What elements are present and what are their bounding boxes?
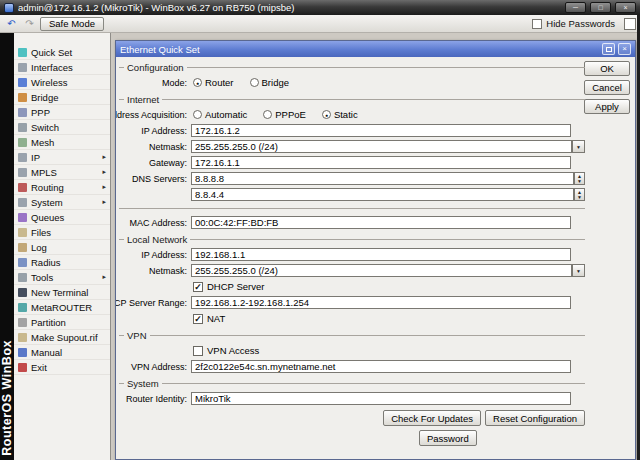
sidebar-item-exit[interactable]: Exit	[14, 360, 110, 375]
dns-spinner-2[interactable]: ▲ ▼	[574, 188, 585, 201]
sidebar-item-label: Partition	[31, 317, 66, 328]
sidebar-item-wireless[interactable]: Wireless	[14, 75, 110, 90]
dhcp-server-checkbox[interactable]: ✓ DHCP Server	[191, 281, 264, 292]
tools-icon	[18, 273, 27, 282]
router-identity-input[interactable]	[191, 392, 571, 405]
wan-netmask-label: Netmask:	[119, 142, 191, 152]
sidebar-item-system[interactable]: System ▸	[14, 195, 110, 210]
dns-spinner-1[interactable]: ▲ ▼	[574, 172, 585, 185]
dialog-titlebar[interactable]: Ethernet Quick Set ×	[116, 41, 635, 57]
wan-ip-input[interactable]	[191, 124, 571, 137]
mode-router-radio[interactable]: ● Router	[193, 77, 234, 88]
sidebar-item-new-terminal[interactable]: New Terminal	[14, 285, 110, 300]
sidebar-item-label: New Terminal	[31, 287, 88, 298]
sidebar-item-mesh[interactable]: Mesh	[14, 135, 110, 150]
divider	[119, 239, 124, 240]
log-icon	[18, 243, 27, 252]
dialog-bottom-buttons: Check For Updates Reset Configuration	[119, 410, 585, 426]
vpn-address-row: VPN Address:	[119, 360, 571, 373]
sidebar-item-switch[interactable]: Switch	[14, 120, 110, 135]
undo-button[interactable]: ↶	[4, 17, 19, 31]
sidebar-item-label: Make Supout.rif	[31, 332, 98, 343]
window-minimize-button[interactable]: ─	[565, 2, 586, 13]
lan-ip-input[interactable]	[191, 248, 571, 261]
vpn-address-input[interactable]	[191, 360, 571, 373]
winbox-app-icon	[4, 3, 14, 13]
hide-passwords-toggle[interactable]: Hide Passwords	[532, 18, 636, 30]
dialog-maximize-button[interactable]	[602, 43, 615, 55]
sidebar-item-label: Log	[31, 242, 47, 253]
sidebar-item-label: Exit	[31, 362, 47, 373]
hide-passwords-label: Hide Passwords	[546, 18, 615, 29]
router-identity-row: Router Identity:	[119, 392, 571, 405]
dialog-close-button[interactable]: ×	[618, 43, 631, 55]
sidebar-item-label: Manual	[31, 347, 62, 358]
sidebar-item-bridge[interactable]: Bridge	[14, 90, 110, 105]
section-title: Local Network	[127, 234, 187, 245]
sidebar-item-ip[interactable]: IP ▸	[14, 150, 110, 165]
nat-row: ✓ NAT	[119, 312, 571, 325]
wan-netmask-input[interactable]	[191, 140, 572, 153]
lan-ip-label: IP Address:	[119, 250, 191, 260]
sidebar-item-tools[interactable]: Tools ▸	[14, 270, 110, 285]
spin-down-icon: ▼	[577, 179, 582, 184]
window-maximize-button[interactable]: □	[590, 2, 611, 13]
mdi-area: Ethernet Quick Set × OK Cancel Apply Con…	[111, 33, 637, 460]
window-title: admin@172.16.1.2 (MikroTik) - WinBox v6.…	[18, 2, 561, 13]
section-title: VPN	[127, 330, 147, 341]
password-button[interactable]: Password	[419, 430, 477, 446]
chevron-down-icon: ▼	[576, 268, 581, 274]
sidebar-item-queues[interactable]: Queues	[14, 210, 110, 225]
acquisition-static-radio[interactable]: ● Static	[322, 109, 358, 120]
divider	[162, 383, 585, 384]
ip-icon	[18, 153, 27, 162]
sidebar-item-label: Mesh	[31, 137, 54, 148]
vpn-access-checkbox[interactable]: VPN Access	[191, 345, 259, 356]
wan-ip-label: IP Address:	[119, 126, 191, 136]
mac-address-row: MAC Address:	[119, 216, 571, 229]
window-close-button[interactable]: ×	[615, 2, 636, 13]
sidebar-item-label: Routing	[31, 182, 64, 193]
sidebar-item-label: Bridge	[31, 92, 58, 103]
radio-label: Automatic	[205, 109, 247, 120]
wireless-icon	[18, 78, 27, 87]
sidebar-item-radius[interactable]: Radius	[14, 255, 110, 270]
mac-address-input[interactable]	[191, 216, 571, 229]
checkbox-label: DHCP Server	[207, 281, 264, 292]
dhcp-range-input[interactable]	[191, 296, 571, 309]
window-titlebar: admin@172.16.1.2 (MikroTik) - WinBox v6.…	[0, 0, 640, 15]
lan-netmask-dropdown-button[interactable]: ▼	[572, 264, 585, 277]
redo-button[interactable]: ↷	[22, 17, 37, 31]
sidebar-item-routing[interactable]: Routing ▸	[14, 180, 110, 195]
dns-server-input-2[interactable]	[191, 188, 574, 201]
safe-mode-button[interactable]: Safe Mode	[40, 17, 104, 31]
sidebar-item-quick-set[interactable]: Quick Set	[14, 45, 110, 60]
sidebar-item-partition[interactable]: Partition	[14, 315, 110, 330]
gateway-input[interactable]	[191, 156, 571, 169]
acquisition-automatic-radio[interactable]: Automatic	[193, 109, 247, 120]
acquisition-pppoe-radio[interactable]: PPPoE	[263, 109, 306, 120]
sidebar-item-ppp[interactable]: PPP	[14, 105, 110, 120]
mesh-icon	[18, 138, 27, 147]
dns-server-input-1[interactable]	[191, 172, 574, 185]
ppp-icon	[18, 108, 27, 117]
sidebar-item-manual[interactable]: Manual	[14, 345, 110, 360]
radio-icon	[250, 78, 259, 87]
nat-checkbox[interactable]: ✓ NAT	[191, 313, 225, 324]
make-supout-icon	[18, 333, 27, 342]
hide-passwords-checkbox-icon[interactable]	[532, 19, 542, 29]
sidebar-item-metarouter[interactable]: MetaROUTER	[14, 300, 110, 315]
mode-bridge-radio[interactable]: Bridge	[250, 77, 289, 88]
routeros-winbox-brand: RouterOS WinBox	[0, 340, 14, 456]
divider	[162, 99, 585, 100]
check-for-updates-button[interactable]: Check For Updates	[383, 410, 481, 426]
sidebar-item-log[interactable]: Log	[14, 240, 110, 255]
sidebar-item-files[interactable]: Files	[14, 225, 110, 240]
sidebar-item-interfaces[interactable]: Interfaces	[14, 60, 110, 75]
reset-configuration-button[interactable]: Reset Configuration	[485, 410, 585, 426]
wan-netmask-dropdown-button[interactable]: ▼	[572, 140, 585, 153]
sidebar-item-mpls[interactable]: MPLS ▸	[14, 165, 110, 180]
sidebar-item-label: MetaROUTER	[31, 302, 92, 313]
sidebar-item-make-supout-rif[interactable]: Make Supout.rif	[14, 330, 110, 345]
lan-netmask-input[interactable]	[191, 264, 572, 277]
